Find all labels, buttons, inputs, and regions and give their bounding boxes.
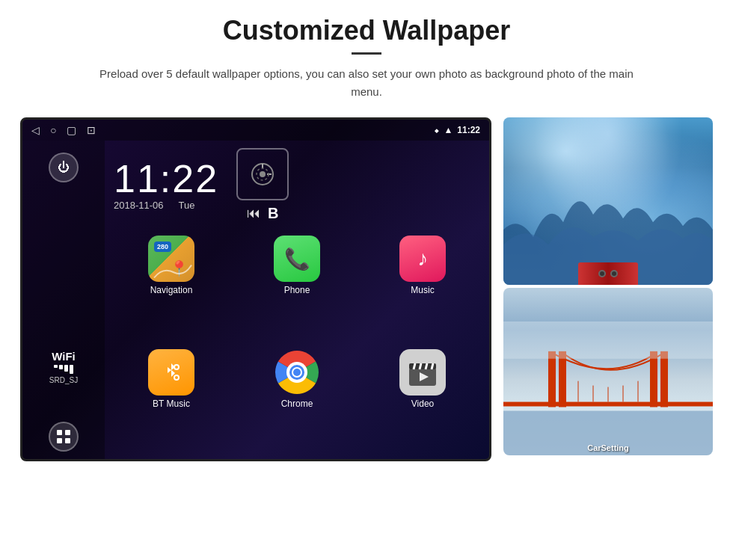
- wifi-info: WiFi SRD_SJ: [49, 350, 78, 384]
- svg-line-18: [420, 363, 421, 369]
- page-title: Customized Wallpaper: [223, 15, 511, 46]
- music-label: Music: [411, 285, 434, 295]
- wifi-bar-4: [70, 365, 73, 374]
- svg-line-19: [426, 363, 427, 369]
- time-display: 11:22: [114, 159, 218, 198]
- svg-rect-27: [660, 351, 668, 407]
- navigation-icon: 280 📍: [148, 236, 194, 282]
- screenshot-icon: ⊡: [87, 124, 96, 136]
- cassette-device: [578, 262, 638, 285]
- chrome-icon: [274, 349, 320, 396]
- wallpaper-preview-bridge[interactable]: CarSetting: [503, 288, 713, 455]
- app-item-phone[interactable]: 📞 Phone: [236, 231, 358, 340]
- svg-point-9: [174, 365, 179, 369]
- home-icon: ○: [50, 124, 56, 136]
- svg-point-14: [293, 369, 301, 376]
- music-icon: ♪: [399, 236, 446, 282]
- wifi-icon: ▲: [444, 125, 453, 135]
- status-bar-right: ⬥ ▲ 11:22: [434, 125, 480, 135]
- back-icon: ◁: [31, 124, 40, 136]
- wifi-label: WiFi: [49, 350, 78, 363]
- wifi-bar-1: [54, 365, 58, 368]
- svg-rect-35: [503, 321, 713, 359]
- navigation-label: Navigation: [150, 285, 193, 295]
- status-time: 11:22: [457, 125, 480, 135]
- svg-rect-23: [503, 401, 713, 406]
- wifi-bar-2: [59, 365, 63, 369]
- svg-rect-1: [65, 430, 70, 435]
- svg-line-20: [432, 363, 433, 369]
- bluetooth-label: B: [268, 205, 278, 222]
- power-button[interactable]: ⏻: [49, 153, 79, 182]
- video-icon: [399, 349, 446, 396]
- video-label: Video: [411, 399, 434, 409]
- time-section: 11:22 2018-11-06 Tue: [111, 148, 483, 222]
- sidebar: ⏻ WiFi SRD_SJ: [22, 141, 105, 459]
- apps-grid-button[interactable]: [49, 422, 79, 452]
- bt-music-icon: [148, 349, 194, 396]
- skip-prev-icon[interactable]: ⏮: [247, 206, 260, 221]
- wifi-bar-3: [64, 365, 68, 372]
- phone-label: Phone: [284, 285, 310, 295]
- date-text: 2018-11-06: [114, 200, 164, 211]
- media-icon-box: [236, 148, 289, 200]
- carsetting-label: CarSetting: [503, 443, 713, 452]
- app-item-video[interactable]: Video: [362, 345, 483, 454]
- day-text: Tue: [179, 200, 195, 211]
- phone-icon: 📞: [274, 236, 320, 282]
- app-item-bt-music[interactable]: BT Music: [111, 345, 232, 454]
- wallpaper-previews: CarSetting: [503, 117, 713, 455]
- svg-point-10: [174, 375, 179, 380]
- android-screen: ◁ ○ ▢ ⊡ ⬥ ▲ 11:22 ⏻ WiFi: [20, 117, 491, 461]
- status-bar: ◁ ○ ▢ ⊡ ⬥ ▲ 11:22: [22, 120, 489, 141]
- recents-icon: ▢: [67, 124, 76, 136]
- wallpaper-preview-ice[interactable]: [503, 117, 713, 285]
- chrome-label: Chrome: [281, 399, 313, 409]
- media-controls: ⏮ B: [247, 205, 278, 222]
- nav-road-badge: 280: [154, 241, 171, 252]
- svg-line-17: [414, 363, 415, 369]
- center-content: 11:22 2018-11-06 Tue: [105, 141, 489, 459]
- svg-rect-0: [57, 430, 62, 435]
- svg-rect-2: [57, 438, 62, 443]
- page-subtitle: Preload over 5 default wallpaper options…: [97, 65, 636, 101]
- status-bar-left: ◁ ○ ▢ ⊡: [31, 124, 96, 136]
- location-icon: ⬥: [434, 125, 439, 135]
- svg-rect-3: [65, 438, 70, 443]
- app-item-chrome[interactable]: Chrome: [236, 345, 358, 454]
- bt-music-label: BT Music: [153, 399, 190, 409]
- app-item-navigation[interactable]: 280 📍 Navigation: [111, 231, 232, 340]
- screen-body: ⏻ WiFi SRD_SJ: [22, 141, 489, 459]
- media-section: ⏮ B: [236, 148, 289, 222]
- wifi-signal-bars: [49, 365, 78, 374]
- title-divider: [352, 52, 381, 55]
- wifi-ssid: SRD_SJ: [49, 376, 78, 384]
- main-content: ◁ ○ ▢ ⊡ ⬥ ▲ 11:22 ⏻ WiFi: [30, 117, 703, 461]
- svg-point-5: [260, 171, 266, 177]
- svg-rect-24: [548, 351, 556, 407]
- app-item-music[interactable]: ♪ Music: [362, 231, 483, 340]
- app-grid: 280 📍 Navigation 📞: [111, 231, 483, 453]
